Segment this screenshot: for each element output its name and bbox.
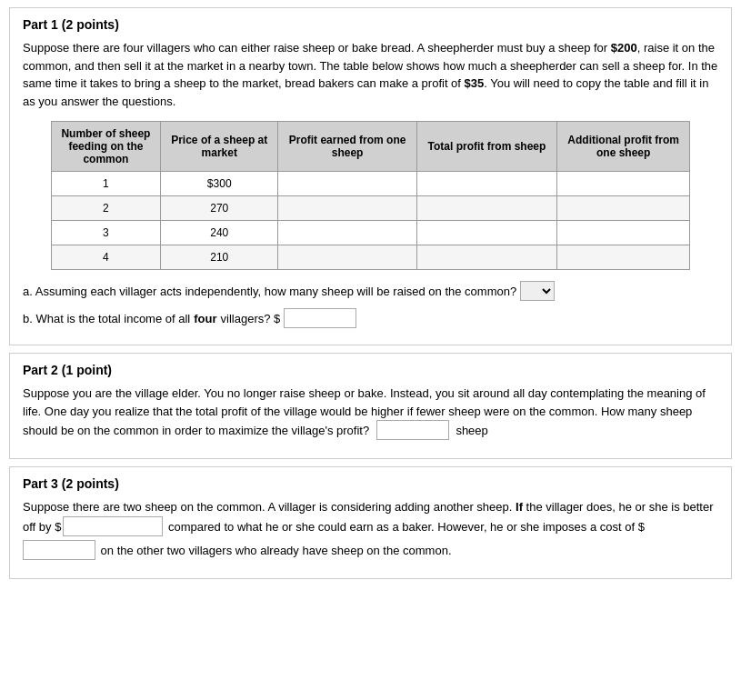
part3-title: Part 3 (2 points) — [23, 476, 718, 491]
part3-desc1: Suppose there are two sheep on the commo… — [23, 500, 516, 514]
cell-price: 240 — [161, 221, 278, 245]
part2-description: Suppose you are the village elder. You n… — [23, 385, 718, 440]
cell-sheep-count: 4 — [51, 245, 161, 270]
part3-desc3: compared to what he or she could earn as… — [165, 519, 645, 533]
part2-input[interactable] — [376, 420, 449, 440]
cell-profit-one — [278, 245, 417, 270]
col-header-profit-one: Profit earned from onesheep — [278, 122, 417, 172]
cell-total-profit — [417, 196, 557, 221]
part3-input2[interactable] — [23, 540, 95, 560]
part1-desc1: Suppose there are four villagers who can… — [23, 41, 611, 55]
question-a-row: a. Assuming each villager acts independe… — [23, 281, 718, 301]
col-header-price: Price of a sheep atmarket — [161, 122, 278, 172]
cell-price: 210 — [161, 245, 278, 270]
question-b-bold: four — [194, 312, 216, 325]
part3-description: Suppose there are two sheep on the commo… — [23, 498, 718, 560]
part2-desc: Suppose you are the village elder. You n… — [23, 386, 706, 437]
cell-additional — [556, 172, 689, 196]
cell-profit-one — [278, 221, 417, 245]
table-row: 2 270 — [51, 196, 690, 221]
part1-bold2: $35 — [465, 76, 485, 90]
part3-input1[interactable] — [63, 516, 163, 536]
part1-bold1: $200 — [611, 41, 637, 55]
part2-unit: sheep — [456, 424, 487, 437]
cell-price: $300 — [161, 172, 278, 196]
cell-total-profit — [417, 221, 557, 245]
cell-additional — [556, 196, 689, 221]
cell-profit-one — [278, 196, 417, 221]
question-a-label: a. Assuming each villager acts independe… — [23, 285, 516, 298]
table-row: 4 210 — [51, 245, 690, 270]
question-b-label: b. What is the total income of all — [23, 312, 190, 325]
col-header-sheep: Number of sheepfeeding on thecommon — [51, 122, 161, 172]
cell-additional — [556, 221, 689, 245]
cell-sheep-count: 1 — [51, 172, 161, 196]
cell-price: 270 — [161, 196, 278, 221]
cell-additional — [556, 245, 689, 270]
question-b-row: b. What is the total income of all four … — [23, 308, 718, 328]
cell-sheep-count: 2 — [51, 196, 161, 221]
col-header-additional: Additional profit fromone sheep — [556, 122, 689, 172]
part2-title: Part 2 (1 point) — [23, 363, 718, 377]
cell-total-profit — [417, 172, 557, 196]
part1-title: Part 1 (2 points) — [23, 17, 718, 32]
question-b-input[interactable] — [284, 308, 356, 328]
part3-section: Part 3 (2 points) Suppose there are two … — [9, 466, 732, 579]
part1-description: Suppose there are four villagers who can… — [23, 39, 718, 110]
col-header-total-profit: Total profit from sheep — [417, 122, 557, 172]
part2-section: Part 2 (1 point) Suppose you are the vil… — [9, 353, 732, 459]
table-row: 1 $300 — [51, 172, 690, 196]
part1-section: Part 1 (2 points) Suppose there are four… — [9, 7, 732, 345]
part3-bold1: If — [516, 500, 523, 514]
sheep-table: Number of sheepfeeding on thecommon Pric… — [51, 121, 691, 270]
part3-desc4: on the other two villagers who already h… — [97, 543, 452, 556]
cell-total-profit — [417, 245, 557, 270]
cell-profit-one — [278, 172, 417, 196]
table-row: 3 240 — [51, 221, 690, 245]
question-a-dropdown[interactable]: 1234 — [520, 281, 555, 301]
cell-sheep-count: 3 — [51, 221, 161, 245]
question-b-label2: villagers? $ — [221, 312, 281, 325]
